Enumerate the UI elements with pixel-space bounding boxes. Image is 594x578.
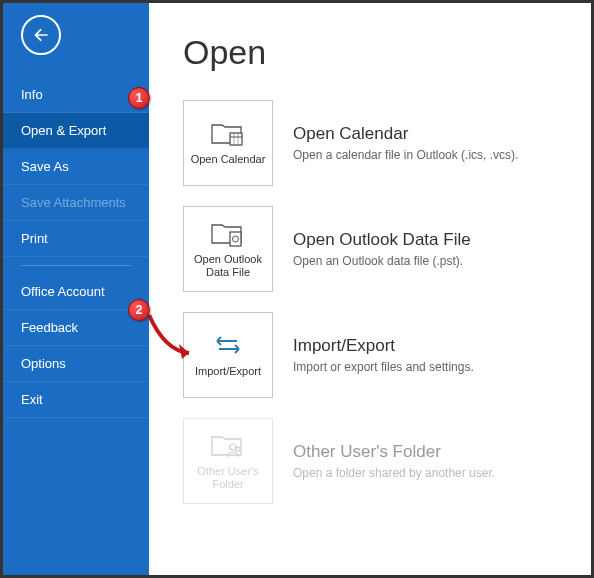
option-desc: Import or export files and settings.	[293, 360, 571, 374]
option-desc: Open a folder shared by another user.	[293, 466, 571, 480]
option-import-export: Import/Export Import/Export Import or ex…	[183, 312, 571, 398]
callout-arrow-icon	[145, 311, 201, 361]
calendar-folder-icon	[211, 119, 245, 147]
sidebar-item-label: Feedback	[21, 320, 78, 335]
user-folder-icon	[211, 431, 245, 459]
callout-badge-2: 2	[128, 299, 150, 321]
option-text: Open Calendar Open a calendar file in Ou…	[293, 124, 571, 162]
sidebar-item-save-attachments: Save Attachments	[3, 185, 149, 221]
sidebar: Info Open & Export Save As Save Attachme…	[3, 3, 149, 575]
sidebar-item-label: Exit	[21, 392, 43, 407]
sidebar-item-options[interactable]: Options	[3, 346, 149, 382]
option-desc: Open a calendar file in Outlook (.ics, .…	[293, 148, 571, 162]
svg-rect-4	[230, 232, 241, 246]
option-open-calendar: Open Calendar Open Calendar Open a calen…	[183, 100, 571, 186]
callout-number: 1	[136, 91, 143, 105]
option-title: Import/Export	[293, 336, 571, 356]
tile-label: Open Calendar	[187, 153, 270, 166]
sidebar-item-open-export[interactable]: Open & Export	[3, 113, 149, 149]
svg-rect-0	[230, 133, 242, 145]
tile-label: Other User's Folder	[184, 465, 272, 491]
sidebar-item-label: Save As	[21, 159, 69, 174]
sidebar-item-label: Options	[21, 356, 66, 371]
sidebar-item-exit[interactable]: Exit	[3, 382, 149, 418]
option-text: Open Outlook Data File Open an Outlook d…	[293, 230, 571, 268]
sidebar-item-feedback[interactable]: Feedback	[3, 310, 149, 346]
option-desc: Open an Outlook data file (.pst).	[293, 254, 571, 268]
callout-number: 2	[136, 303, 143, 317]
callout-badge-1: 1	[128, 87, 150, 109]
data-file-folder-icon	[211, 219, 245, 247]
option-title: Open Outlook Data File	[293, 230, 571, 250]
svg-point-7	[236, 447, 240, 451]
back-button[interactable]	[21, 15, 61, 55]
sidebar-item-office-account[interactable]: Office Account	[3, 274, 149, 310]
sidebar-item-label: Print	[21, 231, 48, 246]
option-title: Other User's Folder	[293, 442, 571, 462]
main-content: Open Open Calendar Open Calendar Open a …	[149, 3, 591, 575]
tile-other-user-folder: Other User's Folder	[183, 418, 273, 504]
tile-label: Open Outlook Data File	[184, 253, 272, 279]
tile-label: Import/Export	[191, 365, 265, 378]
option-title: Open Calendar	[293, 124, 571, 144]
option-text: Import/Export Import or export files and…	[293, 336, 571, 374]
svg-point-6	[230, 444, 236, 450]
sidebar-item-info[interactable]: Info	[3, 77, 149, 113]
sidebar-item-label: Info	[21, 87, 43, 102]
page-title: Open	[183, 33, 571, 72]
option-open-data-file: Open Outlook Data File Open Outlook Data…	[183, 206, 571, 292]
option-other-user-folder: Other User's Folder Other User's Folder …	[183, 418, 571, 504]
tile-open-calendar[interactable]: Open Calendar	[183, 100, 273, 186]
sidebar-item-print[interactable]: Print	[3, 221, 149, 257]
sidebar-item-save-as[interactable]: Save As	[3, 149, 149, 185]
tile-open-data-file[interactable]: Open Outlook Data File	[183, 206, 273, 292]
sidebar-item-label: Open & Export	[21, 123, 106, 138]
option-text: Other User's Folder Open a folder shared…	[293, 442, 571, 480]
arrow-left-icon	[31, 25, 51, 45]
sidebar-item-label: Office Account	[21, 284, 105, 299]
sidebar-item-label: Save Attachments	[21, 195, 126, 210]
import-export-icon	[211, 331, 245, 359]
sidebar-divider	[21, 265, 131, 266]
